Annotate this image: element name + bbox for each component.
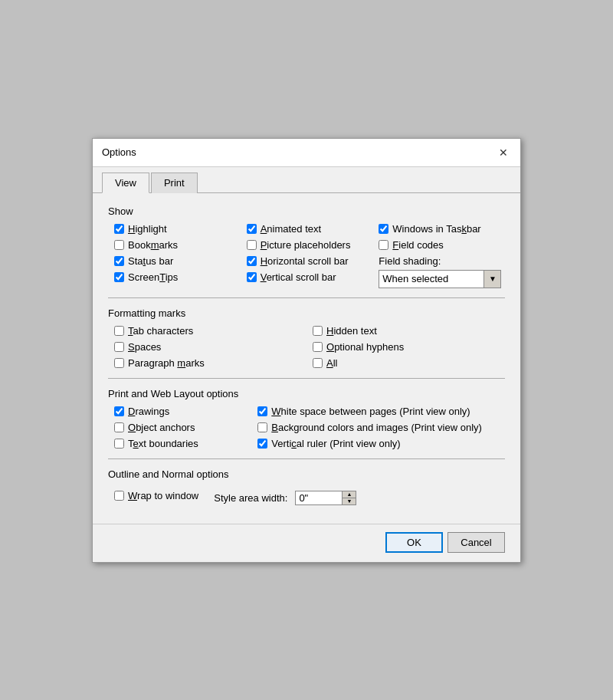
cancel-button[interactable]: Cancel <box>447 532 505 553</box>
dialog-content: Show Highlight Bookmarks Status bar <box>93 193 520 524</box>
checkbox-white-space-input[interactable] <box>257 406 267 416</box>
style-area-label: Style area width: <box>214 492 287 504</box>
checkbox-object-anchors-input[interactable] <box>114 422 124 432</box>
checkbox-horizontal-scroll-input[interactable] <box>247 256 257 266</box>
ok-button[interactable]: OK <box>385 532 443 553</box>
checkbox-animated-text-input[interactable] <box>247 224 257 234</box>
dialog-footer: OK Cancel <box>93 524 520 562</box>
outline-normal-section: Outline and Normal options Wrap to windo… <box>108 468 505 505</box>
checkbox-tab-characters: Tab characters <box>114 325 306 337</box>
checkbox-background-colors-input[interactable] <box>257 422 267 432</box>
checkbox-status-bar-input[interactable] <box>114 256 124 266</box>
checkbox-drawings-input[interactable] <box>114 406 124 416</box>
checkbox-picture-placeholders: Picture placeholders <box>247 239 373 251</box>
field-shading-select[interactable]: Always When selected Never <box>379 271 484 286</box>
checkbox-screentips: ScreenTips <box>114 271 241 283</box>
tab-print[interactable]: Print <box>151 173 198 193</box>
style-area-input[interactable] <box>296 491 342 504</box>
show-section-title: Show <box>108 205 505 217</box>
checkbox-background-colors: Background colors and images (Print view… <box>257 422 505 433</box>
checkbox-drawings: Drawings <box>114 406 251 417</box>
checkbox-wrap-to-window: Wrap to window <box>114 490 198 501</box>
checkbox-status-bar: Status bar <box>114 255 241 267</box>
close-button[interactable]: ✕ <box>496 145 511 160</box>
checkbox-highlight: Highlight <box>114 223 241 235</box>
checkbox-paragraph-marks: Paragraph marks <box>114 357 306 369</box>
checkbox-picture-placeholders-input[interactable] <box>247 240 257 250</box>
tabs-bar: View Print <box>93 167 520 193</box>
checkbox-vertical-ruler-input[interactable] <box>257 439 267 449</box>
divider-3 <box>108 458 505 459</box>
print-web-title: Print and Web Layout options <box>108 388 505 399</box>
spinner-up-button[interactable]: ▲ <box>343 491 356 498</box>
spinner-buttons: ▲ ▼ <box>342 491 356 504</box>
field-shading-select-wrapper: Always When selected Never ▼ <box>379 270 501 288</box>
formatting-marks-title: Formatting marks <box>108 307 505 319</box>
checkbox-field-codes-input[interactable] <box>379 240 388 250</box>
field-shading-row: Field shading: Always When selected Neve… <box>379 255 505 288</box>
checkbox-windows-taskbar: Windows in Taskbar <box>379 223 505 235</box>
divider-2 <box>108 378 505 379</box>
checkbox-animated-text: Animated text <box>247 223 373 235</box>
checkbox-bookmarks-input[interactable] <box>114 240 124 250</box>
style-area-input-wrapper: ▲ ▼ <box>295 491 356 505</box>
checkbox-text-boundaries-input[interactable] <box>114 439 124 449</box>
show-section: Show Highlight Bookmarks Status bar <box>108 205 505 288</box>
tab-view[interactable]: View <box>102 173 149 193</box>
checkbox-hidden-text-input[interactable] <box>313 326 323 336</box>
checkbox-wrap-to-window-input[interactable] <box>114 491 124 501</box>
title-bar: Options ✕ <box>93 139 520 167</box>
checkbox-all: All <box>313 357 505 369</box>
checkbox-bookmarks: Bookmarks <box>114 239 241 251</box>
checkbox-all-input[interactable] <box>313 358 323 368</box>
checkbox-white-space: White space between pages (Print view on… <box>257 406 505 417</box>
checkbox-paragraph-marks-input[interactable] <box>114 358 124 368</box>
checkbox-tab-characters-input[interactable] <box>114 326 124 336</box>
checkbox-spaces: Spaces <box>114 341 306 353</box>
checkbox-vertical-scroll-input[interactable] <box>247 272 257 282</box>
checkbox-text-boundaries: Text boundaries <box>114 438 251 449</box>
checkbox-optional-hyphens: Optional hyphens <box>313 341 505 353</box>
field-shading-label: Field shading: <box>379 255 505 267</box>
outline-normal-title: Outline and Normal options <box>108 468 505 480</box>
checkbox-object-anchors: Object anchors <box>114 422 251 433</box>
checkbox-vertical-ruler: Vertical ruler (Print view only) <box>257 438 505 449</box>
checkbox-highlight-input[interactable] <box>114 224 124 234</box>
options-dialog: Options ✕ View Print Show Highlight <box>92 138 521 563</box>
style-area-row: Style area width: ▲ ▼ <box>214 491 356 505</box>
checkbox-hidden-text: Hidden text <box>313 325 505 337</box>
checkbox-spaces-input[interactable] <box>114 342 124 352</box>
checkbox-screentips-input[interactable] <box>114 272 124 282</box>
checkbox-windows-taskbar-input[interactable] <box>379 224 388 234</box>
checkbox-field-codes: Field codes <box>379 239 505 251</box>
formatting-marks-section: Formatting marks Tab characters Spaces P… <box>108 307 505 369</box>
checkbox-horizontal-scroll: Horizontal scroll bar <box>247 255 373 267</box>
divider-1 <box>108 297 505 298</box>
spinner-down-button[interactable]: ▼ <box>343 498 356 504</box>
dropdown-arrow-icon[interactable]: ▼ <box>484 271 500 288</box>
print-web-section: Print and Web Layout options Drawings Ob… <box>108 388 505 449</box>
dialog-title: Options <box>102 146 136 158</box>
checkbox-vertical-scroll: Vertical scroll bar <box>247 271 373 283</box>
checkbox-optional-hyphens-input[interactable] <box>313 342 323 352</box>
